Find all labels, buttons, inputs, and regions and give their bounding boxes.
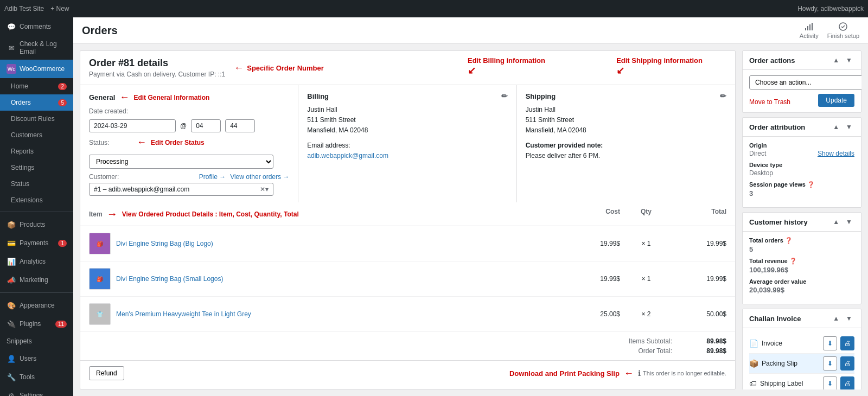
sidebar-label-settings: Settings	[11, 164, 34, 171]
finish-setup-icon	[838, 22, 848, 31]
challan-controls: ▲ ▼	[831, 314, 854, 323]
sidebar-label-check-log: Check & Log Email	[20, 40, 67, 55]
item-thumb-2: 🎒	[89, 268, 111, 290]
billing-addr1: 511 Smith Street	[307, 115, 507, 125]
packing-doc-icon: 📦	[749, 359, 758, 368]
customer-field-row: Customer: Profile → View other orders → …	[89, 173, 289, 196]
billing-edit-icon[interactable]: ✏	[501, 92, 508, 100]
history-controls: ▲ ▼	[831, 217, 854, 227]
update-button[interactable]: Update	[818, 94, 854, 107]
move-to-trash-link[interactable]: Move to Trash	[749, 98, 790, 106]
sidebar-item-extensions[interactable]: Extensions	[0, 192, 73, 208]
appearance-icon: 🎨	[7, 301, 16, 310]
profile-link[interactable]: Profile →	[199, 173, 226, 181]
sidebar-item-comments[interactable]: 💬 Comments	[0, 17, 73, 36]
time-hour-input[interactable]	[191, 119, 221, 132]
challan-body: 📄 Invoice ⬇ 🖨 📦 Packing Slip ⬇ 🖨 🏷 Shipp…	[743, 328, 861, 389]
status-select[interactable]: Processing Pending payment On hold Compl…	[89, 155, 273, 169]
shipping-download-btn[interactable]: ⬇	[823, 376, 837, 389]
sidebar-item-users[interactable]: 👤 Users	[0, 349, 73, 368]
device-value: Desktop	[749, 169, 854, 177]
sidebar-item-settings2[interactable]: ⚙ Settings	[0, 386, 73, 396]
session-help-icon[interactable]: ❓	[807, 181, 815, 188]
date-input[interactable]	[89, 119, 176, 132]
packing-download-btn[interactable]: ⬇	[823, 356, 837, 371]
billing-email-label: Email address:	[307, 140, 507, 151]
session-row: Session page views ❓ 3	[749, 181, 854, 197]
customer-history-panel: Customer history ▲ ▼ Total orders ❓ 5	[742, 212, 861, 304]
attribution-collapse-down[interactable]: ▼	[844, 122, 854, 132]
sidebar-item-settings[interactable]: Settings	[0, 159, 73, 176]
page-title: Orders	[82, 24, 118, 37]
action-select[interactable]: Choose an action... Email invoice / orde…	[749, 75, 861, 90]
sidebar-item-customers[interactable]: Customers	[0, 127, 73, 143]
sidebar-item-woocommerce[interactable]: Wc WooCommerce	[0, 60, 73, 78]
subtotal-value: 89.98$	[683, 337, 726, 345]
main-content: Orders Activity Finish setup Order #81 d…	[73, 17, 868, 396]
shipping-edit-icon[interactable]: ✏	[720, 92, 726, 100]
sidebar-label-marketing: Marketing	[20, 276, 48, 284]
items-header: Item → View Ordered Product Details : It…	[80, 202, 735, 226]
billing-email[interactable]: adib.webappick@gmail.com	[307, 152, 388, 159]
finish-setup-button[interactable]: Finish setup	[827, 22, 859, 39]
action-select-row: Choose an action... Email invoice / orde…	[749, 75, 854, 90]
analytics-icon: 📊	[7, 257, 16, 266]
svg-rect-2	[809, 24, 810, 30]
total-orders-help[interactable]: ❓	[785, 237, 793, 244]
top-bar-new[interactable]: + New	[50, 5, 69, 12]
time-min-input[interactable]	[225, 119, 255, 132]
invoice-download-btn[interactable]: ⬇	[823, 336, 837, 350]
order-total-label: Order Total:	[607, 347, 672, 355]
order-actions-collapse-down[interactable]: ▼	[844, 55, 854, 65]
billing-title: Billing ✏	[307, 92, 507, 100]
origin-row: Origin Direct Show details	[749, 142, 854, 157]
item-row-3: 👕 Men's Premium Heavyweight Tee in Light…	[80, 297, 735, 332]
item-name-1[interactable]: Divi Engine String Bag (Big Logo)	[116, 240, 213, 247]
attribution-collapse-up[interactable]: ▲	[831, 122, 841, 132]
sidebar-item-tools[interactable]: 🔧 Tools	[0, 368, 73, 386]
item-name-cell-3: 👕 Men's Premium Heavyweight Tee in Light…	[89, 303, 551, 325]
sidebar-item-reports[interactable]: Reports	[0, 143, 73, 159]
order-actions-collapse-up[interactable]: ▲	[831, 55, 841, 65]
customer-history-body: Total orders ❓ 5 Total revenue ❓ 100,199…	[743, 232, 861, 304]
customer-clear-icon[interactable]: ✕▾	[260, 186, 269, 193]
item-cost-3: 25.00$	[555, 310, 620, 318]
sidebar-item-orders[interactable]: Orders 5	[0, 94, 73, 111]
sidebar-item-check-log-email[interactable]: ✉ Check & Log Email	[0, 36, 73, 60]
item-name-3[interactable]: Men's Premium Heavyweight Tee in Light G…	[116, 310, 251, 318]
activity-icon	[804, 22, 814, 31]
challan-collapse-down[interactable]: ▼	[844, 314, 854, 323]
sidebar-item-discount-rules[interactable]: Discount Rules	[0, 111, 73, 127]
order-actions-controls: ▲ ▼	[831, 55, 854, 65]
session-value: 3	[749, 189, 854, 197]
revenue-help[interactable]: ❓	[789, 258, 797, 264]
order-actions-panel: Order actions ▲ ▼ Choose an action... Em…	[742, 50, 861, 113]
view-orders-link[interactable]: View other orders →	[230, 173, 289, 181]
sidebar-label-home: Home	[11, 82, 28, 90]
invoice-print-btn[interactable]: 🖨	[840, 336, 854, 350]
sidebar-item-snippets[interactable]: Snippets	[0, 333, 73, 349]
sidebar-item-home[interactable]: Home 2	[0, 78, 73, 94]
item-total-3: 50.00$	[672, 310, 726, 318]
sidebar-item-analytics[interactable]: 📊 Analytics	[0, 252, 73, 271]
shipping-print-btn[interactable]: 🖨	[840, 376, 854, 389]
history-collapse-down[interactable]: ▼	[844, 217, 854, 227]
history-collapse-up[interactable]: ▲	[831, 217, 841, 227]
sidebar-label-products: Products	[20, 221, 45, 228]
sidebar-label-appearance: Appearance	[20, 302, 55, 309]
customer-select[interactable]: #1 – adib.webappick@gmail.com ✕▾	[89, 183, 273, 196]
refund-button[interactable]: Refund	[89, 366, 124, 380]
sidebar-item-appearance[interactable]: 🎨 Appearance	[0, 296, 73, 315]
show-details-link[interactable]: Show details	[818, 150, 854, 157]
sidebar-label-settings2: Settings	[20, 392, 43, 396]
item-name-2[interactable]: Divi Engine String Bag (Small Logos)	[116, 275, 223, 283]
sidebar-item-marketing[interactable]: 📣 Marketing	[0, 271, 73, 289]
sidebar-item-status[interactable]: Status	[0, 176, 73, 192]
sidebar-item-products[interactable]: 📦 Products	[0, 215, 73, 234]
sidebar-item-payments[interactable]: 💳 Payments 1	[0, 234, 73, 252]
packing-print-btn[interactable]: 🖨	[840, 356, 854, 371]
challan-collapse-up[interactable]: ▲	[831, 314, 841, 323]
avg-order-row: Average order value 20,039.99$	[749, 278, 854, 294]
sidebar-item-plugins[interactable]: 🔌 Plugins 11	[0, 315, 73, 333]
activity-button[interactable]: Activity	[800, 22, 819, 39]
